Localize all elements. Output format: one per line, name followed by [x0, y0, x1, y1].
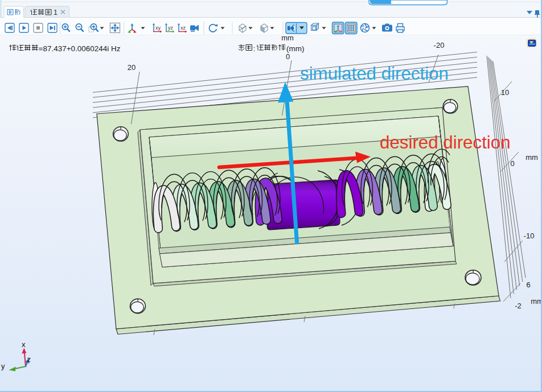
svg-text:mm: mm [531, 297, 541, 306]
svg-text:mm: mm [281, 34, 294, 42]
svg-text::: : [253, 44, 256, 53]
svg-text:1: 1 [54, 9, 58, 16]
svg-text:x: x [22, 340, 26, 349]
svg-text:desired direction: desired direction [380, 133, 511, 152]
svg-text:=87.437+0.0060244i Hz: =87.437+0.0060244i Hz [39, 44, 121, 53]
svg-text:yz: yz [168, 25, 174, 31]
svg-text:mm: mm [525, 153, 538, 162]
svg-text:z: z [27, 355, 31, 364]
svg-text:10: 10 [501, 88, 509, 97]
svg-text:-2: -2 [515, 302, 522, 310]
svg-text:(mm): (mm) [286, 44, 304, 53]
svg-text:-20: -20 [434, 41, 445, 49]
svg-text:0: 0 [510, 159, 514, 168]
svg-text:20: 20 [128, 63, 136, 72]
svg-text:6: 6 [526, 280, 530, 289]
svg-text:simulated direction: simulated direction [300, 64, 449, 84]
svg-text:-10: -10 [524, 232, 535, 240]
svg-text:0: 0 [286, 52, 290, 61]
svg-text:xy: xy [155, 25, 161, 31]
svg-text:xz: xz [180, 25, 186, 31]
svg-text:y: y [1, 362, 5, 370]
